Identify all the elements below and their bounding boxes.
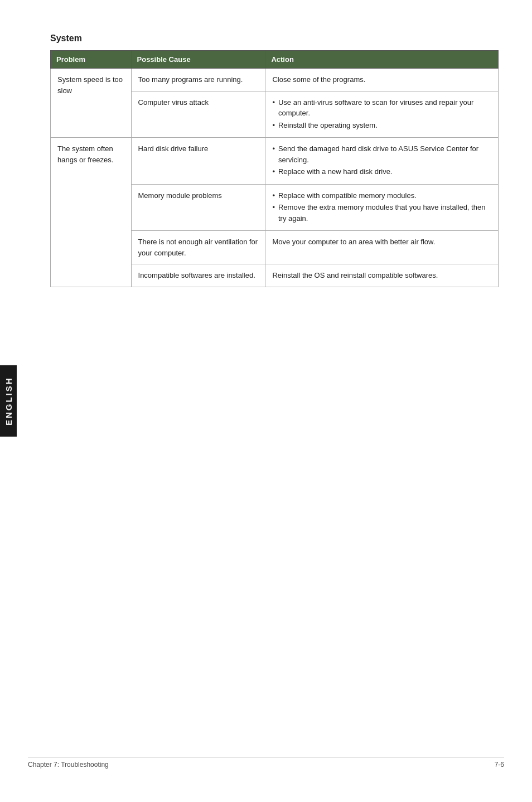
section-title: System bbox=[50, 33, 499, 44]
table-cell-action: Send the damaged hard disk drive to ASUS… bbox=[265, 138, 499, 185]
table-cell-problem: The system often hangs or freezes. bbox=[51, 138, 132, 287]
table-cell-cause: Hard disk drive failure bbox=[131, 138, 265, 185]
table-cell-action: Replace with compatible memory modules.R… bbox=[265, 184, 499, 231]
action-bullet-item: Send the damaged hard disk drive to ASUS… bbox=[272, 143, 491, 165]
footer: Chapter 7: Troubleshooting 7-6 bbox=[28, 757, 504, 769]
table-cell-problem: System speed is too slow bbox=[51, 69, 132, 138]
action-bullet-item: Replace with compatible memory modules. bbox=[272, 190, 491, 201]
table-cell-action: Close some of the programs. bbox=[265, 69, 499, 91]
action-bullet-item: Use an anti-virus software to scan for v… bbox=[272, 97, 491, 119]
troubleshoot-table: Problem Possible Cause Action System spe… bbox=[50, 50, 499, 287]
table-cell-cause: There is not enough air ventilation for … bbox=[131, 231, 265, 264]
col-header-cause: Possible Cause bbox=[131, 51, 265, 69]
table-cell-cause: Computer virus attack bbox=[131, 91, 265, 138]
action-bullet-item: Remove the extra memory modules that you… bbox=[272, 202, 491, 224]
table-cell-action: Move your computer to an area with bette… bbox=[265, 231, 499, 264]
table-cell-cause: Memory module problems bbox=[131, 184, 265, 231]
table-cell-cause: Too many programs are running. bbox=[131, 69, 265, 91]
side-tab-label: ENGLISH bbox=[0, 365, 17, 437]
action-bullet-item: Reinstall the operating system. bbox=[272, 120, 491, 131]
footer-left: Chapter 7: Troubleshooting bbox=[28, 761, 109, 769]
table-cell-action: Use an anti-virus software to scan for v… bbox=[265, 91, 499, 138]
table-cell-action: Reinstall the OS and reinstall compatibl… bbox=[265, 264, 499, 287]
table-cell-cause: Incompatible softwares are installed. bbox=[131, 264, 265, 287]
col-header-problem: Problem bbox=[51, 51, 132, 69]
action-bullet-item: Replace with a new hard disk drive. bbox=[272, 166, 491, 177]
footer-right: 7-6 bbox=[495, 761, 504, 769]
col-header-action: Action bbox=[265, 51, 499, 69]
